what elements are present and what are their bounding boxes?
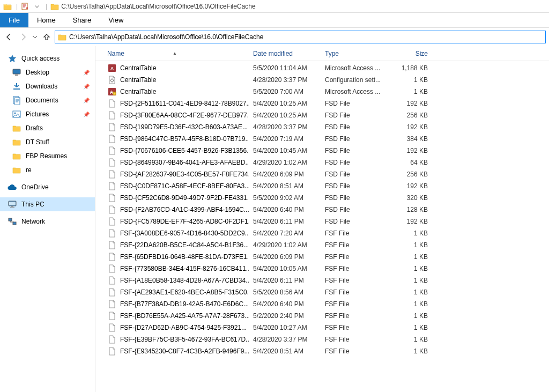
sidebar-this-pc[interactable]: This PC [0, 197, 95, 211]
up-button[interactable] [41, 31, 53, 43]
file-row[interactable]: ACentralTable5/5/2020 7:00 AMMicrosoft A… [95, 86, 549, 98]
sidebar-item[interactable]: Desktop📌 [0, 65, 95, 79]
file-row[interactable]: FSD-{3F80E6AA-08CC-4F2E-9677-DEB977...5/… [95, 109, 549, 121]
file-size-cell: 192 KB [388, 218, 432, 225]
file-row[interactable]: FSD-{9864C47C-B57A-45F8-B18D-07B719...5/… [95, 133, 549, 145]
sidebar-quick-access[interactable]: Quick access [0, 51, 95, 65]
tab-home[interactable]: Home [28, 13, 64, 27]
file-type-cell: FSF File [321, 241, 388, 249]
file-row[interactable]: FSD-{86499307-9B46-4041-AFE3-AFAEBD...4/… [95, 157, 549, 168]
file-icon [107, 75, 117, 85]
file-size-cell: 1 KB [388, 312, 432, 320]
svg-rect-2 [13, 70, 20, 73]
file-name-cell: FSD-{3F80E6AA-08CC-4F2E-9677-DEB977... [103, 110, 249, 120]
file-row[interactable]: FSF-{E39BF75C-B3F5-4672-93FA-BC617D...4/… [95, 334, 549, 345]
svg-rect-4 [13, 88, 20, 90]
sidebar-onedrive[interactable]: OneDrive [0, 180, 95, 194]
file-row[interactable]: FSF-{65DFBD16-064B-48FE-81DA-D73FE1...5/… [95, 251, 549, 263]
sidebar-item[interactable]: Documents📌 [0, 93, 95, 107]
properties-icon[interactable] [20, 1, 31, 12]
file-row[interactable]: FSF-{773580BB-34E4-415F-8276-16CB411...5… [95, 263, 549, 275]
file-size-cell: 192 KB [388, 182, 432, 190]
file-icon: A [107, 63, 117, 73]
column-size[interactable]: Size [388, 50, 432, 57]
file-name-cell: FSD-{86499307-9B46-4041-AFE3-AFAEBD... [103, 158, 249, 167]
file-date-cell: 5/4/2020 10:05 AM [249, 265, 321, 272]
sidebar-item-label: FBP Resumes [26, 152, 67, 160]
file-name: CentralTable [120, 76, 156, 84]
forward-button[interactable] [17, 31, 29, 43]
file-size-cell: 384 KB [388, 135, 432, 143]
tab-share[interactable]: Share [64, 13, 100, 27]
cloud-icon [8, 182, 17, 192]
sidebar-item-label: re [26, 166, 32, 174]
address-input[interactable] [69, 32, 543, 42]
file-icon [107, 158, 117, 167]
file-row[interactable]: FSF-{D27AD62D-AB9C-4754-9425-F3921...5/4… [95, 322, 549, 334]
sidebar-item-label: DT Stuff [26, 138, 49, 146]
file-row[interactable]: FSF-{AE293AE1-E620-4BEC-A8B5-F315C0...5/… [95, 286, 549, 298]
column-name[interactable]: Name ▲ [103, 50, 249, 57]
file-name: FSD-{FC5789DE-EF7F-4265-AD8C-0F2DF1... [120, 218, 249, 225]
sidebar-item[interactable]: Pictures📌 [0, 107, 95, 121]
sidebar-item[interactable]: FBP Resumes [0, 149, 95, 163]
recent-locations-dropdown[interactable] [31, 31, 39, 43]
file-row[interactable]: FSD-{2F511611-C041-4ED9-8412-78B9027...5… [95, 98, 549, 109]
file-icon [107, 122, 117, 132]
tab-view[interactable]: View [100, 13, 132, 27]
column-date[interactable]: Date modified [249, 50, 321, 57]
file-size-cell: 128 KB [388, 206, 432, 213]
file-name-cell: FSF-{E39BF75C-B3F5-4672-93FA-BC617D... [103, 335, 249, 344]
file-type-cell: FSD File [321, 206, 388, 213]
file-date-cell: 5/5/2020 11:04 AM [249, 64, 321, 72]
file-icon [107, 181, 117, 191]
file-row[interactable]: FSF-{E9345230-C8F7-4C3B-A2FB-9496F9...5/… [95, 345, 549, 357]
address-bar[interactable] [55, 31, 546, 43]
file-type-cell: Configuration sett... [321, 76, 388, 84]
column-type[interactable]: Type [321, 50, 388, 57]
file-row[interactable]: FSD-{FC5789DE-EF7F-4265-AD8C-0F2DF1...5/… [95, 216, 549, 227]
file-row[interactable]: ACentralTable5/5/2020 11:04 AMMicrosoft … [95, 62, 549, 74]
file-icon [107, 323, 117, 332]
file-type-cell: FSD File [321, 112, 388, 119]
file-row[interactable]: FSD-{CF52C6D8-9D49-49D7-9F2D-FE4331...5/… [95, 192, 549, 204]
sidebar-item-label: Drafts [26, 124, 43, 132]
file-date-cell: 5/4/2020 8:51 AM [249, 182, 321, 190]
file-type-cell: FSD File [321, 123, 388, 131]
file-row[interactable]: FSD-{AF282637-90E3-4C05-BE57-F8FE734...5… [95, 168, 549, 180]
tab-file[interactable]: File [0, 13, 28, 27]
sidebar-item[interactable]: Downloads📌 [0, 79, 95, 93]
file-row[interactable]: FSF-{B77F38AD-DB19-42A5-B470-E6D6C...5/4… [95, 298, 549, 310]
chevron-down-icon[interactable] [32, 1, 42, 12]
file-icon [107, 228, 117, 238]
file-type-cell: FSD File [321, 100, 388, 107]
sidebar-network[interactable]: Network [0, 215, 95, 228]
sidebar-item[interactable]: DT Stuff [0, 135, 95, 149]
back-button[interactable] [3, 31, 15, 43]
file-row[interactable]: FSD-{F2AB76CD-4A1C-4399-ABF4-1594C...5/4… [95, 204, 549, 216]
file-icon [107, 205, 117, 215]
file-name: FSD-{9864C47C-B57A-45F8-B18D-07B719... [120, 135, 249, 143]
file-icon [107, 335, 117, 344]
sidebar-label: Network [21, 218, 45, 225]
file-row[interactable]: FSD-{70676106-CEE5-4457-B926-F3B1356...5… [95, 145, 549, 157]
file-date-cell: 5/4/2020 10:27 AM [249, 324, 321, 331]
file-row[interactable]: FSF-{BD76E55A-A425-4A75-A7A7-28F673...5/… [95, 310, 549, 322]
sidebar-item-label: Downloads [26, 83, 57, 90]
file-size-cell: 1 KB [388, 88, 432, 95]
star-icon [8, 54, 17, 63]
file-row[interactable]: FSD-{C0DF871C-A58F-4ECF-8BEF-80FA3...5/4… [95, 180, 549, 192]
file-row[interactable]: CentralTable4/28/2020 3:37 PMConfigurati… [95, 74, 549, 86]
file-name-cell: FSD-{F2AB76CD-4A1C-4399-ABF4-1594C... [103, 205, 249, 215]
file-row[interactable]: FSF-{22DA620B-B5CE-4C84-A5C4-B1F36...4/2… [95, 239, 549, 251]
file-name: FSD-{CF52C6D8-9D49-49D7-9F2D-FE4331... [120, 194, 249, 202]
file-size-cell: 64 KB [388, 159, 432, 166]
file-icon: A [107, 87, 117, 97]
file-name-cell: FSD-{2F511611-C041-4ED9-8412-78B9027... [103, 99, 249, 108]
sidebar-item[interactable]: Drafts [0, 121, 95, 135]
file-row[interactable]: FSF-{3A008DE6-9057-4D16-8430-5DD2C9...5/… [95, 227, 549, 239]
file-row[interactable]: FSF-{A18E0B58-1348-4D28-A67A-7CBD34...5/… [95, 275, 549, 286]
sidebar-item[interactable]: re [0, 163, 95, 177]
sidebar-label: OneDrive [21, 183, 49, 191]
file-row[interactable]: FSD-{199D79E5-D36F-432C-B603-A73AE...4/2… [95, 121, 549, 133]
